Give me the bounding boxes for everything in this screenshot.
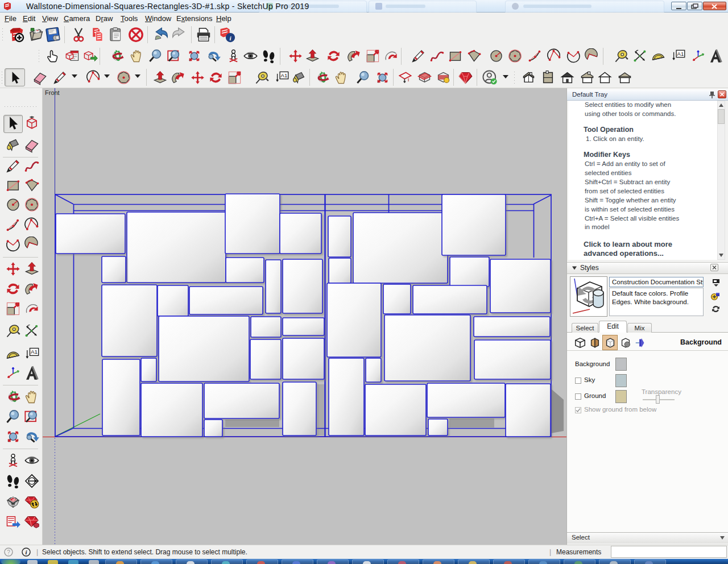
svg-text:A1: A1	[281, 72, 288, 78]
svg-text:i: i	[25, 549, 27, 555]
svg-text:?: ?	[7, 549, 10, 555]
svg-text:A1: A1	[31, 349, 38, 355]
svg-text:A1: A1	[677, 51, 684, 57]
